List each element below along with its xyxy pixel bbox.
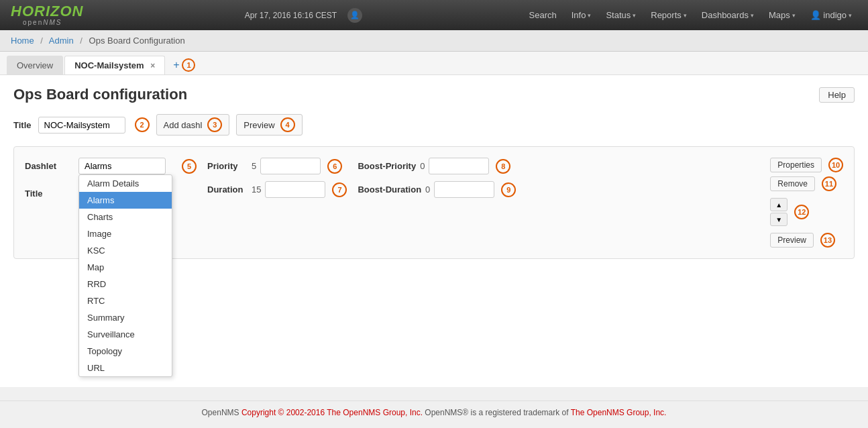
duration-input[interactable] xyxy=(265,181,325,198)
preview-dashlet-button[interactable]: Preview xyxy=(770,233,814,248)
top-header: HORIZON openNMS Apr 17, 2016 16:16 CEST … xyxy=(0,0,868,30)
dashlet-config-area: Dashlet Alarms Alarm Details Alarms Char… xyxy=(13,146,855,259)
annotation-4: 4 xyxy=(280,117,295,132)
remove-row: Remove 11 xyxy=(770,176,843,191)
annotation-5: 5 xyxy=(182,159,197,174)
up-button[interactable]: ▲ xyxy=(770,198,788,211)
priority-input[interactable] xyxy=(260,158,321,174)
annotation-12: 12 xyxy=(794,205,809,219)
tab-add[interactable]: + 1 xyxy=(166,56,202,74)
boost-duration-group: Boost-Duration 0 9 xyxy=(358,181,516,198)
menu-item-url[interactable]: URL xyxy=(79,360,172,376)
datetime: Apr 17, 2016 16:16 CEST xyxy=(245,11,337,20)
title-input[interactable] xyxy=(38,117,125,133)
config-main-row: Dashlet Alarms Alarm Details Alarms Char… xyxy=(25,158,843,248)
tab-add-num-badge: 1 xyxy=(182,58,195,72)
menu-item-summary[interactable]: Summary xyxy=(79,309,172,326)
properties-row: Properties 10 xyxy=(770,158,843,172)
logo-opennms: openNMS xyxy=(23,19,62,26)
menu-item-charts[interactable]: Charts xyxy=(79,209,172,225)
preview-row: Preview 13 xyxy=(770,233,843,248)
duration-prefix: 15 xyxy=(252,184,261,195)
status-caret-icon: ▾ xyxy=(633,12,636,19)
up-down-buttons: ▲ ▼ xyxy=(770,198,788,226)
center-section: Priority 5 6 Duration 15 7 xyxy=(207,158,347,198)
breadcrumb-sep-2: / xyxy=(80,36,83,46)
breadcrumb-home[interactable]: Home xyxy=(11,36,34,46)
annotation-8: 8 xyxy=(496,159,510,174)
boost-priority-input[interactable] xyxy=(429,158,489,174)
dashboards-caret-icon: ▾ xyxy=(751,12,754,19)
boost-duration-input[interactable] xyxy=(434,181,494,198)
footer-trademark-link[interactable]: The OpenNMS Group, Inc. xyxy=(571,408,667,417)
plus-icon: + xyxy=(173,59,179,71)
user-caret-icon: ▾ xyxy=(849,12,852,19)
info-caret-icon: ▾ xyxy=(588,12,591,19)
nav-info[interactable]: Info ▾ xyxy=(566,7,597,23)
dashlet-type-row: Dashlet Alarms Alarm Details Alarms Char… xyxy=(25,158,197,174)
title-field-label: Title xyxy=(13,120,32,130)
add-dashboard-button[interactable]: Add dashl 3 xyxy=(156,114,230,136)
nav-reports[interactable]: Reports ▾ xyxy=(645,7,692,23)
preview-dashboard-button[interactable]: Preview 4 xyxy=(236,114,302,136)
remove-button[interactable]: Remove xyxy=(770,176,815,191)
page-title: Ops Board configuration xyxy=(13,86,187,103)
footer: OpenNMS Copyright © 2002-2016 The OpenNM… xyxy=(0,400,868,424)
tab-noc-mailsystem[interactable]: NOC-Mailsystem × xyxy=(64,56,165,74)
tab-overview[interactable]: Overview xyxy=(7,56,63,74)
menu-item-surveillance[interactable]: Surveillance xyxy=(79,326,172,343)
boost-duration-prefix: 0 xyxy=(425,184,430,195)
breadcrumb-current: Ops Board Configuration xyxy=(89,36,185,46)
menu-item-map[interactable]: Map xyxy=(79,259,172,276)
boost-duration-label: Boost-Duration xyxy=(358,184,421,195)
breadcrumb-admin[interactable]: Admin xyxy=(49,36,74,46)
help-button[interactable]: Help xyxy=(819,87,855,103)
dashlet-type-select[interactable]: Alarms xyxy=(78,158,166,174)
annotation-11: 11 xyxy=(822,176,836,191)
nav-maps[interactable]: Maps ▾ xyxy=(763,7,801,23)
dashlet-label: Dashlet xyxy=(25,161,65,171)
nav-search[interactable]: Search xyxy=(524,7,562,23)
annotation-10: 10 xyxy=(828,158,843,172)
properties-button[interactable]: Properties xyxy=(770,158,822,172)
right-section: Boost-Priority 0 8 Boost-Duration 0 9 xyxy=(358,158,516,198)
logo: HORIZON openNMS xyxy=(11,4,83,26)
menu-item-topology[interactable]: Topology xyxy=(79,343,172,360)
updown-row: ▲ ▼ 12 xyxy=(770,198,843,226)
annotation-9: 9 xyxy=(501,182,516,197)
footer-text: OpenNMS Copyright © 2002-2016 The OpenNM… xyxy=(202,408,667,417)
logo-horizon: HORIZON xyxy=(11,4,83,19)
annotation-3: 3 xyxy=(207,117,222,132)
reports-caret-icon: ▾ xyxy=(684,12,687,19)
menu-item-image[interactable]: Image xyxy=(79,225,172,242)
page-title-row: Ops Board configuration Help xyxy=(13,86,855,103)
boost-priority-group: Boost-Priority 0 8 xyxy=(358,158,516,174)
page-body: Ops Board configuration Help Title 2 Add… xyxy=(0,75,868,270)
nav-status[interactable]: Status ▾ xyxy=(600,7,641,23)
annotation-13: 13 xyxy=(820,233,835,248)
menu-item-alarms[interactable]: Alarms xyxy=(79,192,172,209)
dashlet-type-menu: Alarm Details Alarms Charts Image KSC Ma… xyxy=(78,174,172,377)
nav-user[interactable]: 👤 indigo ▾ xyxy=(805,7,857,23)
far-right-buttons: Properties 10 Remove 11 ▲ ▼ 12 xyxy=(770,158,843,248)
annotation-7: 7 xyxy=(332,182,347,197)
annotation-2: 2 xyxy=(135,117,150,132)
menu-item-rrd[interactable]: RRD xyxy=(79,276,172,292)
priority-label: Priority xyxy=(207,161,248,171)
dashlet-title-label: Title xyxy=(25,189,65,199)
boost-priority-prefix: 0 xyxy=(420,161,425,171)
down-button[interactable]: ▼ xyxy=(770,213,788,226)
title-row: Title 2 Add dashl 3 Preview 4 xyxy=(13,114,855,136)
user-avatar-icon: 👤 xyxy=(347,8,362,23)
menu-item-ksc[interactable]: KSC xyxy=(79,242,172,259)
nav-dashboards[interactable]: Dashboards ▾ xyxy=(696,7,759,23)
priority-group: Priority 5 6 xyxy=(207,158,347,174)
duration-label: Duration xyxy=(207,184,248,195)
tab-close-icon[interactable]: × xyxy=(150,61,155,70)
footer-copyright-link[interactable]: Copyright © 2002-2016 The OpenNMS Group,… xyxy=(241,408,423,417)
menu-item-rtc[interactable]: RTC xyxy=(79,292,172,309)
menu-item-alarm-details[interactable]: Alarm Details xyxy=(79,175,172,192)
top-nav: Search Info ▾ Status ▾ Reports ▾ Dashboa… xyxy=(524,7,858,23)
main-content: Overview NOC-Mailsystem × + 1 Ops Board … xyxy=(0,52,868,387)
maps-caret-icon: ▾ xyxy=(792,12,796,19)
